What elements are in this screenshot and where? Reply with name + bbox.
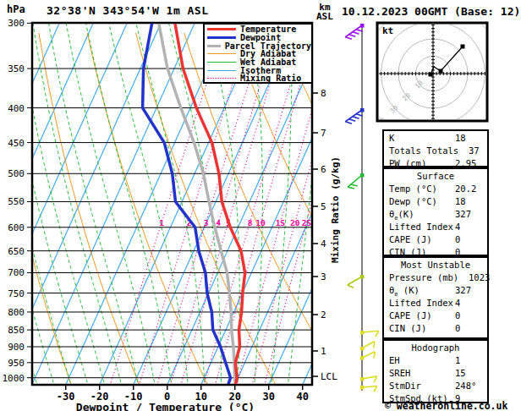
hodograph-panel-row: EH1 xyxy=(384,354,487,367)
row-value: 0 xyxy=(455,233,460,246)
mixing-ratio-label: 4 xyxy=(216,218,221,227)
km-tick-label: 5 xyxy=(321,201,326,212)
skewt-sounding-app: 1234581015202530035040045050055060065070… xyxy=(0,0,532,411)
pressure-tick-label: 1000 xyxy=(3,373,25,384)
legend-label: Mixing Ratio xyxy=(240,74,301,82)
km-tick-label: 2 xyxy=(321,310,326,321)
hodograph-unit-label: kt xyxy=(382,25,393,36)
pressure-tick-label: 600 xyxy=(8,222,25,233)
hodograph-marker xyxy=(429,73,433,77)
pressure-tick-label: 850 xyxy=(8,325,25,336)
hodograph-marker xyxy=(461,45,465,49)
row-label: CAPE (J) xyxy=(389,234,432,244)
indices-panel-row: K18 xyxy=(384,132,487,145)
temp-tick-label: 30 xyxy=(262,391,274,403)
hodograph-marker xyxy=(439,69,443,74)
station-title: 32°38'N 343°54'W 1m ASL xyxy=(47,4,209,17)
mixing-ratio-label: 20 xyxy=(290,218,300,227)
temperature-axis: -30-20-10010203040Dewpoint / Temperature… xyxy=(57,385,309,411)
legend-swatch-icon xyxy=(207,70,236,71)
row-label: Pressure (mb) xyxy=(389,272,458,282)
row-value: 20.2 xyxy=(455,183,476,195)
most-unstable-panel-row: Pressure (mb)1023 xyxy=(384,271,487,284)
pressure-tick-label: 300 xyxy=(8,18,25,29)
row-value: 37 xyxy=(469,145,480,157)
temp-axis-title: Dewpoint / Temperature (°C) xyxy=(76,401,255,411)
row-value: 4 xyxy=(455,297,460,310)
chart-legend: TemperatureDewpointParcel TrajectoryDry … xyxy=(203,23,313,84)
hodograph-panel-row: SREH15 xyxy=(384,367,487,380)
most-unstable-panel-row: CAPE (J)0 xyxy=(384,310,487,322)
mixing-ratio-axis-title: Mixing Ratio (g/kg) xyxy=(330,156,341,263)
mixing-ratio-line-labels: 12345810152025 xyxy=(159,218,311,227)
legend-swatch-icon xyxy=(207,28,236,30)
legend-swatch-icon xyxy=(207,62,236,63)
temp-tick-label: 40 xyxy=(296,391,308,403)
row-value: 327 xyxy=(455,208,471,221)
row-value: 1 xyxy=(455,354,460,367)
legend-label: Wet Adiabat xyxy=(240,58,296,66)
row-label: θe(K) xyxy=(389,209,414,219)
row-value: 0 xyxy=(455,322,460,335)
wind-barb-icon xyxy=(345,108,364,123)
row-value: 18 xyxy=(455,195,466,208)
lcl-label: LCL xyxy=(321,371,337,382)
wind-barb-icon xyxy=(345,24,364,39)
legend-swatch-icon xyxy=(207,36,236,39)
row-value: 18 xyxy=(455,132,466,145)
surface-panel-row: CAPE (J)0 xyxy=(384,233,487,246)
km-tick-label: 1 xyxy=(321,346,326,357)
mixing-ratio-label: 10 xyxy=(255,218,266,227)
pressure-tick-label: 650 xyxy=(8,246,25,257)
legend-label: Dry Adiabat xyxy=(240,50,296,58)
pressure-tick-label: 450 xyxy=(8,138,25,149)
hodograph-plot: 10203040kt xyxy=(364,4,502,143)
row-label: StmDir xyxy=(389,381,421,391)
surface-panel-row: Dewp (°C)18 xyxy=(384,195,487,208)
row-label: Temp (°C) xyxy=(389,184,437,194)
row-value: 327 xyxy=(455,284,471,297)
surface-panel-row: Temp (°C)20.2 xyxy=(384,183,487,195)
wind-barb-icon xyxy=(360,352,375,360)
pressure-unit-label: hPa xyxy=(7,3,25,15)
pressure-tick-label: 750 xyxy=(8,288,25,299)
row-label: Totals Totals xyxy=(389,145,458,156)
pressure-tick-label: 350 xyxy=(8,63,25,74)
wind-barb-icon xyxy=(360,342,375,351)
km-tick-label: 8 xyxy=(321,88,326,99)
hodograph-panel: HodographEH1SREH15StmDir248°StmSpd (kt)9 xyxy=(382,339,489,403)
pressure-tick-label: 950 xyxy=(8,358,25,369)
mixing-ratio-label: 1 xyxy=(159,218,164,227)
pressure-tick-label: 550 xyxy=(8,196,25,207)
pressure-tick-label: 700 xyxy=(8,267,25,278)
legend-swatch-icon xyxy=(207,45,221,47)
row-label: CAPE (J) xyxy=(389,310,432,321)
most-unstable-panel: Most UnstablePressure (mb)1023θe (K)327L… xyxy=(382,256,489,339)
wind-barb-icon xyxy=(360,331,379,337)
row-label: θe (K) xyxy=(389,285,420,295)
surface-panel: SurfaceTemp (°C)20.2Dewp (°C)18θe(K)327L… xyxy=(382,167,489,256)
legend-label: Dewpoint xyxy=(240,34,281,41)
indices-panel: K18Totals Totals37PW (cm)2.95 xyxy=(382,129,489,167)
legend-swatch-icon xyxy=(207,53,236,54)
row-label: Dewp (°C) xyxy=(389,196,437,206)
pressure-tick-label: 900 xyxy=(8,342,25,353)
row-value: 1023 xyxy=(469,271,490,284)
wind-barb-column xyxy=(345,24,379,392)
legend-label: Isotherm xyxy=(240,67,281,74)
km-tick-label: 7 xyxy=(321,128,326,139)
surface-panel-row: Lifted Index4 xyxy=(384,221,487,233)
row-label: SREH xyxy=(389,368,410,378)
mixing-ratio-label: 15 xyxy=(276,218,286,227)
row-label: CIN (J) xyxy=(389,323,426,333)
altitude-axis: 87654321LCLMixing Ratio (g/kg) xyxy=(312,88,341,382)
mixing-ratio-label: 8 xyxy=(248,218,253,227)
row-label: Lifted Index xyxy=(389,222,453,232)
altitude-unit-label: kmASL xyxy=(316,3,333,21)
temp-tick-label: -30 xyxy=(57,391,75,403)
km-tick-label: 4 xyxy=(321,238,326,249)
legend-item: Dewpoint xyxy=(207,34,311,42)
row-label: Lifted Index xyxy=(389,298,453,308)
legend-label: Temperature xyxy=(240,25,296,33)
most-unstable-panel-row: CIN (J)0 xyxy=(384,322,487,335)
